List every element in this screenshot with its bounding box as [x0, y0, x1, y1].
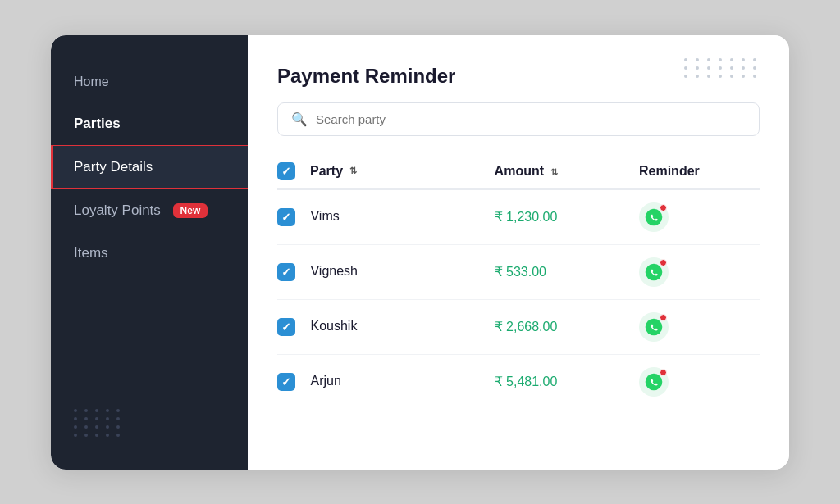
reminder-cell-2 [639, 299, 760, 354]
reminder-cell-0 [639, 189, 760, 245]
amount-value-0: ₹ 1,230.00 [495, 210, 558, 224]
whatsapp-dot-2 [660, 314, 667, 321]
amount-cell-2: ₹ 2,668.00 [495, 299, 639, 354]
svg-point-0 [646, 208, 663, 225]
party-name-2: Koushik [310, 319, 357, 333]
reminder-cell-3 [639, 354, 760, 409]
whatsapp-dot-0 [660, 204, 667, 211]
amount-cell-3: ₹ 5,481.00 [495, 354, 639, 409]
party-cell-1: Vignesh [277, 244, 495, 299]
party-name-3: Arjun [310, 374, 340, 388]
amount-value-3: ₹ 5,481.00 [495, 375, 558, 388]
search-bar[interactable]: 🔍 [277, 102, 760, 136]
select-all-checkbox[interactable] [277, 162, 295, 180]
amount-cell-1: ₹ 533.00 [495, 244, 639, 299]
whatsapp-icon-1[interactable] [639, 257, 669, 287]
whatsapp-icon-2[interactable] [639, 312, 669, 342]
row-checkbox-0[interactable] [277, 208, 295, 226]
sidebar-item-items[interactable]: Items [51, 232, 248, 275]
main-content: Payment Reminder 🔍 Party ⇅ Amount [248, 35, 789, 470]
party-cell-0: Vims [277, 189, 495, 245]
amount-value-2: ₹ 2,668.00 [495, 320, 558, 334]
svg-point-1 [646, 263, 663, 280]
app-card: Home Parties Party Details Loyalty Point… [51, 35, 789, 470]
sidebar-item-loyalty-points[interactable]: Loyalty Points New [51, 189, 248, 232]
svg-point-2 [646, 318, 663, 335]
party-name-1: Vignesh [310, 264, 358, 278]
party-sort-icon[interactable]: ⇅ [349, 166, 357, 176]
party-name-0: Vims [310, 209, 339, 223]
sidebar: Home Parties Party Details Loyalty Point… [51, 35, 248, 470]
table-row: Vims ₹ 1,230.00 [277, 189, 760, 245]
party-table: Party ⇅ Amount ⇅ Reminder Vi [277, 154, 760, 409]
row-checkbox-1[interactable] [277, 263, 295, 281]
row-checkbox-2[interactable] [277, 318, 295, 336]
party-cell-2: Koushik [277, 299, 495, 354]
col-header-party: Party ⇅ [277, 154, 495, 189]
top-decoration-dots [684, 58, 760, 78]
sidebar-item-parties[interactable]: Parties [51, 102, 248, 145]
amount-cell-0: ₹ 1,230.00 [495, 189, 639, 245]
col-header-amount: Amount ⇅ [495, 154, 639, 189]
search-icon: 🔍 [291, 111, 308, 127]
table-row: Vignesh ₹ 533.00 [277, 244, 760, 299]
svg-point-3 [646, 373, 663, 390]
table-row: Arjun ₹ 5,481.00 [277, 354, 760, 409]
sidebar-item-home[interactable]: Home [51, 61, 248, 102]
whatsapp-icon-3[interactable] [639, 367, 669, 397]
sidebar-decoration-dots [74, 409, 122, 437]
table-row: Koushik ₹ 2,668.00 [277, 299, 760, 354]
col-header-reminder: Reminder [639, 154, 760, 189]
reminder-cell-1 [639, 244, 760, 299]
whatsapp-dot-3 [660, 369, 667, 376]
amount-sort-icon[interactable]: ⇅ [550, 167, 558, 178]
new-badge: New [173, 203, 208, 218]
search-input[interactable] [316, 112, 746, 126]
amount-value-1: ₹ 533.00 [495, 265, 546, 279]
whatsapp-icon-0[interactable] [639, 202, 669, 232]
whatsapp-dot-1 [660, 259, 667, 266]
party-cell-3: Arjun [277, 354, 495, 409]
sidebar-item-party-details[interactable]: Party Details [51, 145, 248, 189]
row-checkbox-3[interactable] [277, 373, 295, 391]
